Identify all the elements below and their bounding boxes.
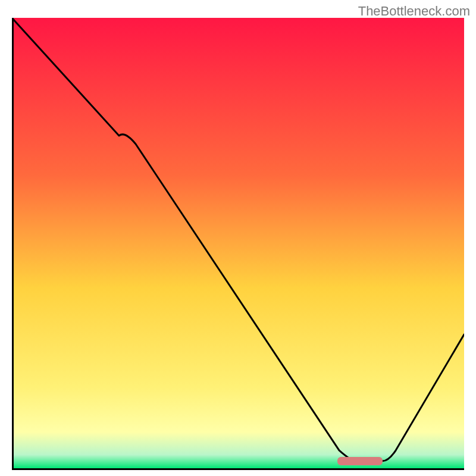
chart-container: TheBottleneck.com (0, 0, 476, 476)
optimal-marker (337, 457, 383, 465)
watermark-text: TheBottleneck.com (358, 4, 470, 19)
bottleneck-curve (12, 18, 464, 470)
